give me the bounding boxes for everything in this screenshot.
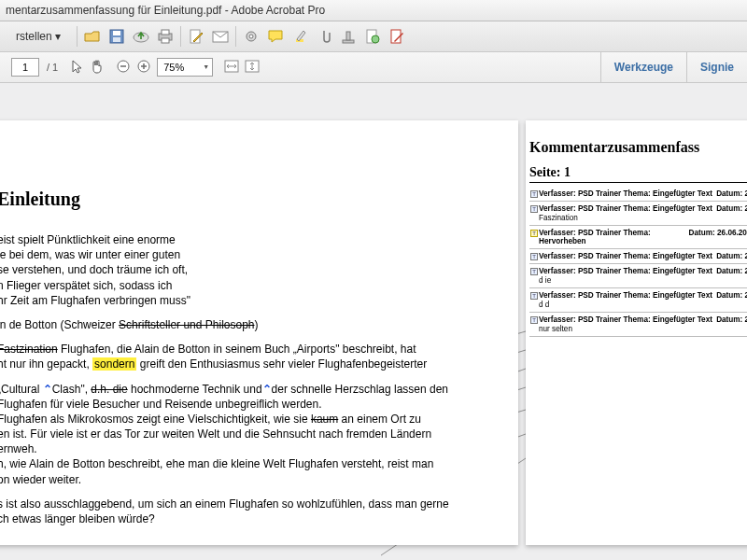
- svg-point-10: [249, 35, 253, 38]
- comment-date: Datum: 26.: [716, 315, 747, 324]
- comment-entry[interactable]: TVerfasser: PSD Trainer Thema: Eingefügt…: [529, 264, 747, 288]
- comment-meta: Verfasser: PSD Trainer Thema: Eingefügte…: [539, 291, 712, 309]
- print-icon[interactable]: [156, 27, 175, 46]
- comment-date: Datum: 26.: [716, 267, 747, 275]
- doc-paragraph: eist spielt Pünktlichkeit eine enorme le…: [0, 232, 511, 308]
- hand-tool-icon[interactable]: [90, 59, 105, 77]
- comment-meta: Verfasser: PSD Trainer Thema: Eingefügte…: [539, 189, 712, 198]
- fit-page-icon[interactable]: [245, 60, 260, 76]
- tab-sign[interactable]: Signie: [686, 52, 747, 82]
- insert-marker-icon: T: [530, 190, 538, 198]
- select-tool-icon[interactable]: [71, 59, 84, 77]
- insert-marker-icon: T: [530, 205, 538, 213]
- strike-text: Schriftsteller und Philosoph: [119, 318, 254, 331]
- insert-marker-icon: T: [530, 316, 538, 324]
- insert-marker-icon: T: [530, 292, 538, 300]
- separator: [235, 26, 236, 47]
- titlebar: mentarzusammenfassung für Einleitung.pdf…: [0, 0, 747, 21]
- comment-meta: Verfasser: PSD Trainer Thema: Eingefügte…: [539, 315, 712, 333]
- comment-meta: Verfasser: PSD Trainer Thema: Hervorhebe…: [539, 229, 685, 245]
- comment-entry[interactable]: TVerfasser: PSD Trainer Thema: Eingefügt…: [529, 313, 747, 337]
- gear-icon[interactable]: [242, 27, 261, 46]
- comment-date: Datum: 26.: [716, 291, 747, 300]
- separator: [77, 26, 78, 47]
- comment-meta: Verfasser: PSD Trainer Thema: Eingefügte…: [539, 267, 712, 285]
- pdf-edit-icon[interactable]: [388, 27, 406, 46]
- edit-doc-icon[interactable]: [187, 27, 205, 46]
- chevron-down-icon: ▼: [203, 59, 212, 76]
- stamp-icon[interactable]: [339, 27, 358, 46]
- comment-summary-pane: Kommentarzusammenfass Seite: 1 TVerfasse…: [526, 120, 747, 545]
- doc-paragraph: „Cultural ⌃Clash", d.h. die hochmoderne …: [0, 382, 511, 487]
- svg-rect-1: [113, 31, 120, 35]
- insert-marker-icon: T: [530, 253, 538, 260]
- doc-paragraph: in de Botton (Schweizer Schriftsteller u…: [0, 317, 511, 332]
- comment-entry[interactable]: TVerfasser: PSD Trainer Thema: Hervorheb…: [529, 226, 747, 249]
- open-icon[interactable]: [83, 27, 102, 46]
- strike-text: kaum: [311, 413, 338, 426]
- svg-rect-6: [162, 38, 169, 43]
- tab-tools[interactable]: Werkzeuge: [600, 52, 686, 82]
- zoom-select[interactable]: 75%▼: [157, 58, 213, 77]
- zoom-out-icon[interactable]: [116, 59, 131, 77]
- svg-rect-13: [346, 32, 350, 40]
- sign-doc-icon[interactable]: [363, 27, 382, 46]
- svg-rect-5: [162, 30, 169, 35]
- create-button[interactable]: rstellen ▾: [6, 26, 71, 47]
- doc-paragraph: s ist also ausschlaggebend, um sich an e…: [0, 497, 511, 526]
- insert-caret: ⌃: [43, 383, 52, 396]
- summary-title: Kommentarzusammenfass: [529, 139, 747, 156]
- summary-page-label: Seite: 1: [529, 161, 747, 183]
- doc-heading: Einleitung: [0, 189, 511, 210]
- note-icon[interactable]: [266, 27, 285, 46]
- strike-text: Fastzination: [0, 343, 58, 356]
- document-page: Einleitung eist spielt Pünktlichkeit ein…: [0, 120, 518, 545]
- separator: [180, 26, 181, 47]
- save-icon[interactable]: [107, 27, 126, 46]
- comment-entry[interactable]: TVerfasser: PSD Trainer Thema: Eingefügt…: [529, 288, 747, 313]
- doc-paragraph: Fastzination Flughafen, die Alain de Bot…: [0, 342, 511, 371]
- comment-meta: Verfasser: PSD Trainer Thema: Eingefügte…: [539, 252, 712, 260]
- highlight-text: sondern: [92, 357, 136, 371]
- comment-date: Datum: 26.06.2013: [689, 229, 747, 237]
- comment-date: Datum: 26.: [716, 204, 747, 213]
- cloud-icon[interactable]: [132, 27, 150, 46]
- fit-width-icon[interactable]: [224, 60, 239, 76]
- comment-entry[interactable]: TVerfasser: PSD Trainer Thema: Eingefügt…: [529, 187, 747, 202]
- comment-date: Datum: 26.: [716, 252, 747, 260]
- main-toolbar: rstellen ▾: [0, 21, 747, 52]
- highlight-icon[interactable]: [290, 27, 309, 46]
- navigation-toolbar: 1 / 1 75%▼ Werkzeuge Signie: [0, 52, 747, 83]
- workspace: Einleitung eist spielt Pünktlichkeit ein…: [0, 83, 747, 560]
- svg-point-15: [372, 35, 379, 43]
- email-icon[interactable]: [211, 27, 230, 46]
- comment-date: Datum: 26.: [716, 189, 747, 198]
- comment-meta: Verfasser: PSD Trainer Thema: Eingefügte…: [539, 204, 712, 222]
- page-number-input[interactable]: 1: [11, 58, 39, 77]
- page-total-label: / 1: [45, 62, 60, 73]
- strike-text: d.h. die: [91, 383, 127, 396]
- insert-caret: ⌃: [262, 383, 272, 396]
- svg-rect-2: [113, 37, 120, 42]
- highlight-marker-icon: T: [530, 230, 538, 237]
- zoom-in-icon[interactable]: [136, 59, 151, 77]
- comment-entry[interactable]: TVerfasser: PSD Trainer Thema: Eingefügt…: [529, 249, 747, 264]
- insert-marker-icon: T: [530, 268, 538, 275]
- attach-icon[interactable]: [315, 27, 333, 46]
- window-title: mentarzusammenfassung für Einleitung.pdf…: [6, 4, 325, 17]
- comment-entry[interactable]: TVerfasser: PSD Trainer Thema: Eingefügt…: [529, 202, 747, 226]
